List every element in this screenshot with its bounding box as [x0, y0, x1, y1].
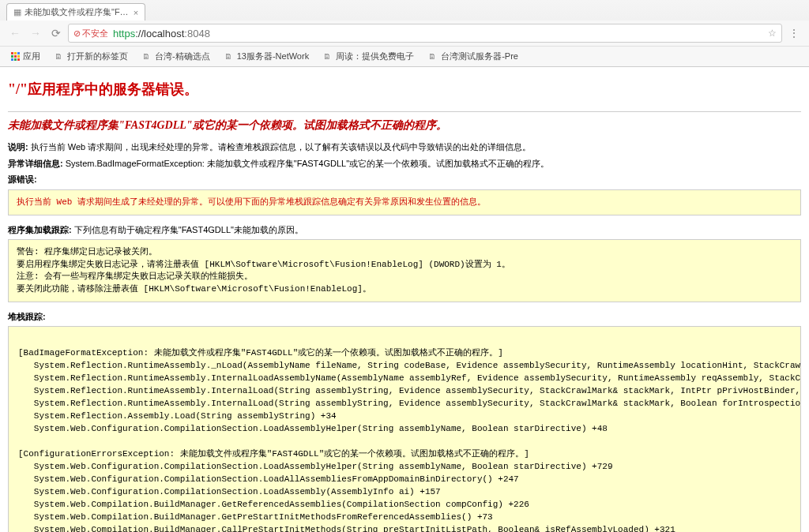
error-subtitle: 未能加载文件或程序集"FAST4GDLL"或它的某一个依赖项。试图加载格式不正确…	[8, 118, 801, 133]
stack-trace-label: 堆栈跟踪:	[8, 310, 801, 324]
tab-bar: ▦ 未能加载文件或程序集"F… ×	[0, 0, 809, 21]
exception-details: 异常详细信息: System.BadImageFormatException: …	[8, 157, 801, 170]
error-title: "/"应用程序中的服务器错误。	[8, 80, 801, 99]
bookmark-tw-picks[interactable]: 🗎 台湾-精确选点	[136, 49, 215, 64]
file-icon: 🗎	[427, 51, 438, 62]
apps-icon	[11, 52, 20, 61]
bookmark-server13[interactable]: 🗎 13服务器-NetWork	[218, 49, 314, 64]
menu-button[interactable]: ⋮	[785, 24, 803, 42]
bookmark-star-icon[interactable]: ☆	[768, 28, 777, 39]
security-badge[interactable]: ⊘ 不安全	[73, 28, 108, 39]
file-icon: 🗎	[322, 51, 333, 62]
address-bar: ← → ⟳ ⊘ 不安全 https://localhost:8048 ☆ ⋮	[0, 21, 809, 46]
browser-chrome: ▦ 未能加载文件或程序集"F… × ← → ⟳ ⊘ 不安全 https://lo…	[0, 0, 809, 67]
apps-button[interactable]: 应用	[6, 49, 45, 64]
stack-trace-block: [BadImageFormatException: 未能加载文件或程序集"FAS…	[8, 326, 801, 532]
url-text: https://localhost:8048	[113, 28, 210, 39]
source-error-label: 源错误:	[8, 173, 801, 186]
browser-tab[interactable]: ▦ 未能加载文件或程序集"F… ×	[6, 3, 145, 21]
tab-favicon: ▦	[13, 7, 21, 17]
page-content: "/"应用程序中的服务器错误。 未能加载文件或程序集"FAST4GDLL"或它的…	[0, 67, 809, 532]
tab-title: 未能加载文件或程序集"F…	[24, 6, 129, 18]
file-icon: 🗎	[141, 51, 152, 62]
bookmark-zhou[interactable]: 🗎 周读：提供免费电子	[317, 49, 419, 64]
bookmarks-bar: 应用 🗎 打开新的标签页 🗎 台湾-精确选点 🗎 13服务器-NetWork 🗎…	[0, 46, 809, 66]
back-button[interactable]: ←	[6, 24, 24, 42]
bookmark-tw-test[interactable]: 🗎 台湾测试服务器-Pre	[422, 49, 523, 64]
reload-button[interactable]: ⟳	[47, 24, 65, 42]
security-label: 不安全	[82, 28, 108, 39]
assembly-trace-label: 程序集加载跟踪: 下列信息有助于确定程序集"FAST4GDLL"未能加载的原因。	[8, 223, 801, 237]
file-icon: 🗎	[53, 51, 64, 62]
warning-icon: ⊘	[73, 28, 81, 39]
error-description: 说明: 执行当前 Web 请求期间，出现未经处理的异常。请检查堆栈跟踪信息，以了…	[8, 140, 801, 154]
url-input[interactable]: ⊘ 不安全 https://localhost:8048 ☆	[68, 24, 782, 43]
source-error-block: 执行当前 Web 请求期间生成了未经处理的异常。可以使用下面的异常堆栈跟踪信息确…	[8, 189, 801, 215]
forward-button[interactable]: →	[27, 24, 44, 42]
close-icon[interactable]: ×	[134, 8, 138, 17]
assembly-trace-block: 警告: 程序集绑定日志记录被关闭。 要启用程序集绑定失败日志记录，请将注册表值 …	[8, 239, 801, 302]
file-icon: 🗎	[223, 51, 234, 62]
bookmark-new-tab[interactable]: 🗎 打开新的标签页	[48, 49, 133, 64]
